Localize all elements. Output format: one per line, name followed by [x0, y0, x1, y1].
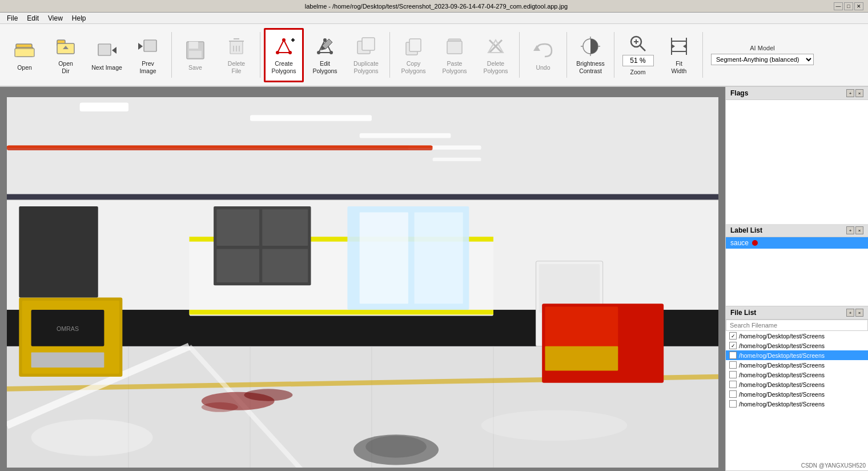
label-list-title: Label List [730, 226, 762, 234]
menu-edit[interactable]: Edit [22, 13, 43, 23]
svg-rect-74 [31, 352, 105, 368]
file-list-item[interactable]: /home/rog/Desktop/test/Screens [726, 360, 868, 370]
file-list-expand-btn[interactable]: + [846, 309, 854, 317]
svg-rect-33 [447, 41, 462, 54]
label-item-sauce-name: sauce [730, 239, 749, 247]
file-list-item[interactable]: /home/rog/Desktop/test/Screens [726, 380, 868, 389]
brightness-contrast-label: BrightnessContrast [576, 60, 605, 74]
svg-marker-51 [683, 44, 686, 49]
file-list-close-btn[interactable]: × [855, 309, 863, 317]
flags-content [726, 100, 868, 226]
label-item-sauce[interactable]: sauce [726, 237, 868, 249]
window-controls: — □ ✕ [834, 2, 863, 10]
save-icon [184, 39, 207, 62]
file-list-item[interactable]: ✓/home/rog/Desktop/test/Screens [726, 341, 868, 350]
prev-image-button[interactable]: PrevImage [128, 28, 168, 82]
file-path: /home/rog/Desktop/test/Screens [739, 342, 825, 349]
copy-polygons-button[interactable]: CopyPolygons [393, 28, 433, 82]
next-image-button[interactable]: Next Image [87, 28, 127, 82]
file-list-header: File List + × [726, 306, 868, 320]
file-checkbox[interactable] [729, 352, 737, 359]
save-button[interactable]: Save [175, 28, 215, 82]
file-path: /home/rog/Desktop/test/Screens [739, 362, 825, 369]
undo-icon [532, 39, 554, 62]
file-list-title: File List [730, 309, 756, 317]
file-checkbox[interactable]: ✓ [729, 332, 737, 340]
svg-marker-50 [672, 44, 675, 49]
svg-rect-57 [360, 133, 451, 138]
svg-point-98 [481, 410, 628, 441]
svg-point-21 [288, 51, 292, 54]
file-checkbox[interactable] [729, 371, 737, 378]
file-list-item[interactable]: /home/rog/Desktop/test/Screens [726, 399, 868, 409]
svg-marker-6 [112, 47, 116, 54]
undo-button[interactable]: Undo [523, 28, 563, 82]
create-polygons-label: CreatePolygons [271, 60, 296, 74]
create-polygons-button[interactable]: CreatePolygons [264, 28, 304, 82]
delete-polygons-button[interactable]: DeletePolygons [476, 28, 516, 82]
edit-polygons-button[interactable]: EditPolygons [305, 28, 345, 82]
menu-file[interactable]: File [2, 13, 22, 23]
flags-section: Flags + × [726, 87, 868, 224]
file-search-input[interactable] [726, 320, 868, 331]
flags-close-btn[interactable]: × [855, 89, 863, 97]
svg-rect-80 [216, 209, 259, 246]
fit-width-label: FitWidth [672, 60, 687, 74]
duplicate-polygons-button[interactable]: DuplicatePolygons [346, 28, 386, 82]
delete-polygons-label: DeletePolygons [483, 60, 508, 74]
create-polygons-icon [272, 35, 295, 58]
svg-rect-55 [80, 103, 128, 111]
next-image-label: Next Image [91, 64, 122, 71]
svg-rect-5 [98, 44, 111, 55]
paste-polygons-button[interactable]: PastePolygons [435, 28, 475, 82]
flags-expand-btn[interactable]: + [846, 89, 854, 97]
file-checkbox[interactable] [729, 361, 737, 369]
svg-text:OMRAS: OMRAS [57, 325, 79, 332]
paste-polygons-label: PastePolygons [442, 60, 467, 74]
file-checkbox[interactable]: ✓ [729, 342, 737, 349]
svg-rect-62 [7, 145, 432, 147]
canvas-area[interactable]: OMRAS [0, 87, 725, 471]
minimize-button[interactable]: — [834, 2, 843, 10]
zoom-input[interactable]: 51 % [622, 55, 654, 66]
svg-point-25 [317, 51, 320, 54]
svg-point-96 [365, 436, 426, 457]
window-title: labelme - /home/rog/Desktop/test/Screens… [39, 3, 834, 10]
prev-image-icon [136, 35, 159, 58]
label-list-expand-btn[interactable]: + [846, 226, 854, 234]
file-list-item[interactable]: /home/rog/Desktop/test/Screens [726, 389, 868, 399]
svg-rect-86 [415, 213, 463, 304]
label-list-header-controls: + × [846, 226, 863, 234]
label-list-section: Label List + × sauce [726, 224, 868, 306]
file-checkbox[interactable] [729, 390, 737, 398]
file-path: /home/rog/Desktop/test/Screens [739, 352, 825, 359]
ai-model-select[interactable]: Segment-Anything (balanced) Segment-Anyt… [711, 54, 814, 65]
menu-bar: File Edit View Help [0, 13, 868, 24]
flags-header-controls: + × [846, 89, 863, 97]
file-path: /home/rog/Desktop/test/Screens [739, 333, 825, 340]
open-dir-button[interactable]: OpenDir [46, 28, 86, 82]
menu-view[interactable]: View [43, 13, 67, 23]
brightness-contrast-button[interactable]: BrightnessContrast [570, 28, 610, 82]
file-checkbox[interactable] [729, 381, 737, 388]
svg-rect-7 [144, 40, 156, 51]
label-list-close-btn[interactable]: × [855, 226, 863, 234]
close-button[interactable]: ✕ [854, 2, 863, 10]
file-checkbox[interactable] [729, 400, 737, 408]
menu-help[interactable]: Help [67, 13, 91, 23]
file-list-item[interactable]: /home/rog/Desktop/test/Screens [726, 350, 868, 360]
ai-model-label: AI Model [750, 45, 774, 51]
fit-width-button[interactable]: FitWidth [659, 28, 699, 82]
label-dot-sauce [752, 240, 758, 246]
brightness-contrast-icon [579, 35, 602, 58]
svg-rect-91 [545, 346, 618, 371]
main-content: OMRAS [0, 87, 868, 471]
delete-file-button[interactable]: DeleteFile [216, 28, 256, 82]
open-button[interactable]: Open [5, 28, 45, 82]
svg-rect-85 [360, 213, 408, 304]
file-path: /home/rog/Desktop/test/Screens [739, 401, 825, 408]
maximize-button[interactable]: □ [844, 2, 853, 10]
file-list-item[interactable]: ✓/home/rog/Desktop/test/Screens [726, 331, 868, 341]
open-dir-icon [54, 35, 77, 58]
file-list-item[interactable]: /home/rog/Desktop/test/Screens [726, 370, 868, 380]
